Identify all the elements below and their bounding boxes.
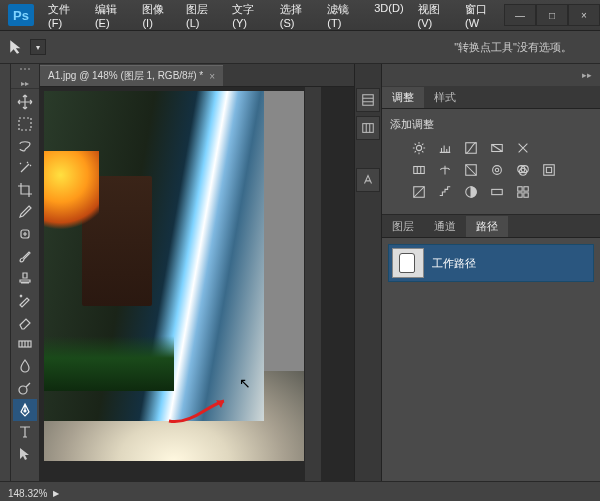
menu-layer[interactable]: 图层(L) [180, 0, 224, 33]
zoom-level[interactable]: 148.32% [8, 488, 47, 499]
left-gutter [0, 64, 11, 481]
blur-tool[interactable] [13, 355, 37, 377]
cursor-icon: ↖ [239, 375, 251, 391]
options-bar: ▾ "转换点工具"没有选项。 [0, 31, 600, 64]
hue-icon[interactable] [410, 162, 428, 178]
menu-select[interactable]: 选择(S) [274, 0, 319, 33]
collapsed-panel-dock [354, 64, 382, 481]
status-bar: 148.32% ▶ [0, 481, 600, 501]
type-tool[interactable] [13, 421, 37, 443]
posterize-icon[interactable] [436, 184, 454, 200]
gradient-tool[interactable] [13, 333, 37, 355]
color-balance-icon[interactable] [436, 162, 454, 178]
tab-paths[interactable]: 路径 [466, 216, 508, 237]
menu-filter[interactable]: 滤镜(T) [321, 0, 366, 33]
svg-rect-23 [524, 187, 528, 191]
svg-point-3 [19, 386, 27, 394]
menu-view[interactable]: 视图(V) [412, 0, 457, 33]
pen-tool[interactable] [13, 399, 37, 421]
status-menu-icon[interactable]: ▶ [53, 489, 59, 498]
history-brush-tool[interactable] [13, 289, 37, 311]
document-tab-label: A1.jpg @ 148% (图层 1, RGB/8#) * [48, 69, 203, 83]
brush-tool[interactable] [13, 245, 37, 267]
dodge-tool[interactable] [13, 377, 37, 399]
exposure-icon[interactable] [488, 140, 506, 156]
vertical-scrollbar[interactable] [304, 87, 321, 481]
toolbar-grip[interactable] [11, 68, 39, 76]
crop-tool[interactable] [13, 179, 37, 201]
tab-styles[interactable]: 样式 [424, 87, 466, 108]
channel-mixer-icon[interactable] [514, 162, 532, 178]
svg-point-7 [416, 145, 421, 150]
magic-wand-tool[interactable] [13, 157, 37, 179]
path-select-tool[interactable] [13, 443, 37, 465]
marquee-tool[interactable] [13, 113, 37, 135]
history-panel-icon[interactable] [356, 88, 380, 112]
menu-bar: 文件(F) 编辑(E) 图像(I) 图层(L) 文字(Y) 选择(S) 滤镜(T… [42, 0, 504, 33]
svg-rect-0 [19, 118, 31, 130]
document-tabs: A1.jpg @ 148% (图层 1, RGB/8#) * × [40, 64, 354, 87]
lasso-tool[interactable] [13, 135, 37, 157]
window-controls: — □ × [504, 4, 600, 26]
svg-point-4 [24, 410, 26, 412]
svg-rect-22 [518, 187, 522, 191]
tool-preset-dropdown[interactable]: ▾ [30, 39, 46, 55]
path-name: 工作路径 [432, 256, 476, 271]
bw-icon[interactable] [462, 162, 480, 178]
eyedropper-tool[interactable] [13, 201, 37, 223]
menu-file[interactable]: 文件(F) [42, 0, 87, 33]
tab-channels[interactable]: 通道 [424, 216, 466, 237]
title-bar: Ps 文件(F) 编辑(E) 图像(I) 图层(L) 文字(Y) 选择(S) 滤… [0, 0, 600, 31]
panel-group: ▸▸ 调整 样式 添加调整 [382, 64, 600, 481]
toolbar: ▸▸ [11, 64, 40, 481]
layers-tabs: 图层 通道 路径 [382, 215, 600, 238]
curves-icon[interactable] [462, 140, 480, 156]
svg-point-13 [495, 168, 499, 172]
character-panel-icon[interactable] [356, 168, 380, 192]
stamp-tool[interactable] [13, 267, 37, 289]
lookup-icon[interactable] [540, 162, 558, 178]
invert-icon[interactable] [410, 184, 428, 200]
convert-point-tool-icon[interactable] [8, 38, 26, 56]
menu-edit[interactable]: 编辑(E) [89, 0, 134, 33]
close-button[interactable]: × [568, 4, 600, 26]
svg-rect-25 [524, 193, 528, 197]
menu-3d[interactable]: 3D(D) [368, 0, 409, 33]
minimize-button[interactable]: — [504, 4, 536, 26]
menu-type[interactable]: 文字(Y) [226, 0, 271, 33]
gradient-map-icon[interactable] [488, 184, 506, 200]
path-thumbnail [392, 248, 424, 278]
canvas-viewport[interactable]: ↖ [40, 87, 354, 481]
tab-adjustments[interactable]: 调整 [382, 87, 424, 108]
healing-tool[interactable] [13, 223, 37, 245]
move-tool[interactable] [13, 91, 37, 113]
svg-rect-24 [518, 193, 522, 197]
adjustments-title: 添加调整 [390, 117, 592, 132]
svg-rect-5 [363, 95, 374, 106]
canvas[interactable]: ↖ [44, 91, 304, 461]
svg-point-12 [493, 166, 502, 175]
document-tab[interactable]: A1.jpg @ 148% (图层 1, RGB/8#) * × [40, 65, 223, 86]
paths-panel: 工作路径 [382, 238, 600, 481]
selective-color-icon[interactable] [514, 184, 532, 200]
tab-layers[interactable]: 图层 [382, 216, 424, 237]
levels-icon[interactable] [436, 140, 454, 156]
path-item[interactable]: 工作路径 [388, 244, 594, 282]
image-grass [44, 336, 174, 391]
app-logo: Ps [8, 4, 34, 26]
tab-close-icon[interactable]: × [209, 71, 215, 82]
adjustments-tabs: 调整 样式 [382, 86, 600, 109]
menu-window[interactable]: 窗口(W [459, 0, 504, 33]
brightness-icon[interactable] [410, 140, 428, 156]
threshold-icon[interactable] [462, 184, 480, 200]
menu-image[interactable]: 图像(I) [136, 0, 178, 33]
eraser-tool[interactable] [13, 311, 37, 333]
panel-collapse-icon[interactable]: ▸▸ [578, 70, 596, 80]
vibrance-icon[interactable] [514, 140, 532, 156]
maximize-button[interactable]: □ [536, 4, 568, 26]
toolbar-collapse[interactable]: ▸▸ [11, 78, 39, 89]
photo-filter-icon[interactable] [488, 162, 506, 178]
color-panel-icon[interactable] [356, 116, 380, 140]
svg-rect-21 [492, 189, 503, 194]
options-message: "转换点工具"没有选项。 [454, 40, 572, 55]
